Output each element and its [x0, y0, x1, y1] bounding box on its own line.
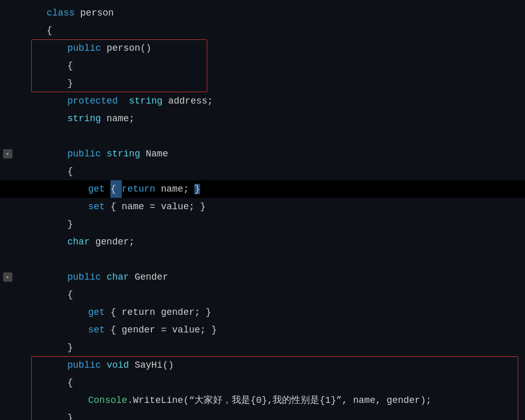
token: public [67, 39, 107, 57]
token: { [67, 286, 73, 303]
token: get [88, 180, 110, 198]
code-line: } [0, 339, 525, 356]
token: address; [163, 92, 213, 110]
token: { return gender; } [110, 303, 211, 321]
token: { [67, 163, 73, 180]
code-line: char gender; [0, 233, 525, 251]
code-line: string name; [0, 110, 525, 127]
code-editor: class person{public person(){}protected … [0, 0, 525, 420]
token: protected [67, 92, 118, 110]
token: set [88, 321, 110, 339]
token [118, 92, 129, 110]
code-line: { [0, 163, 525, 180]
token: SayHi() [129, 356, 174, 374]
token: Gender [129, 268, 168, 286]
token: { gender = value; } [110, 321, 217, 339]
token: public [67, 145, 107, 163]
token: } [67, 75, 73, 92]
token: } [67, 409, 73, 420]
code-line: } [0, 409, 525, 420]
code-line: get { return name; } [0, 180, 525, 198]
code-line: protected string address; [0, 92, 525, 110]
token: name; } [155, 180, 200, 198]
token: char [107, 268, 129, 286]
collapse-icon[interactable]: ▸ [3, 149, 12, 158]
token: get [88, 303, 110, 321]
token: .WriteLine(“大家好，我是{0},我的性别是{1}”, name, g… [127, 392, 432, 409]
token: Console [88, 392, 127, 409]
token: Name [140, 145, 168, 163]
token: } [67, 339, 73, 356]
code-line: get { return gender; } [0, 303, 525, 321]
token: { name = value; } [110, 198, 206, 215]
token: { [67, 374, 73, 392]
token: string [67, 110, 101, 127]
code-line: set { gender = value; } [0, 321, 525, 339]
code-container: class person{public person(){}protected … [0, 0, 525, 420]
token: public [67, 356, 107, 374]
code-line: ▸public char Gender [0, 268, 525, 286]
token: set [88, 198, 110, 215]
code-line: ▸public string Name [0, 145, 525, 163]
token: char [67, 233, 90, 251]
token: string [129, 92, 163, 110]
code-line: } [0, 215, 525, 233]
token: gender; [90, 233, 134, 251]
token: { [110, 180, 122, 198]
code-line: { [0, 286, 525, 303]
code-line: { [0, 22, 525, 39]
token: person [107, 39, 140, 57]
token: { [47, 22, 52, 39]
code-line: public void SayHi() [0, 356, 525, 374]
token: public [67, 268, 107, 286]
code-line: public person() [0, 39, 525, 57]
token: () [140, 39, 151, 57]
code-line [0, 127, 525, 145]
token: void [107, 356, 129, 374]
code-line: class person [0, 4, 525, 22]
code-line: } [0, 75, 525, 92]
code-line: set { name = value; } [0, 198, 525, 215]
token: person [80, 4, 114, 22]
code-line: Console.WriteLine(“大家好，我是{0},我的性别是{1}”, … [0, 392, 525, 409]
token: string [107, 145, 140, 163]
token: return [122, 180, 155, 198]
token: name; [101, 110, 135, 127]
code-line: { [0, 57, 525, 75]
token: { [67, 57, 73, 75]
code-line: { [0, 374, 525, 392]
collapse-icon[interactable]: ▸ [3, 272, 12, 282]
code-line [0, 251, 525, 268]
token: } [67, 215, 73, 233]
token: class [47, 4, 80, 22]
